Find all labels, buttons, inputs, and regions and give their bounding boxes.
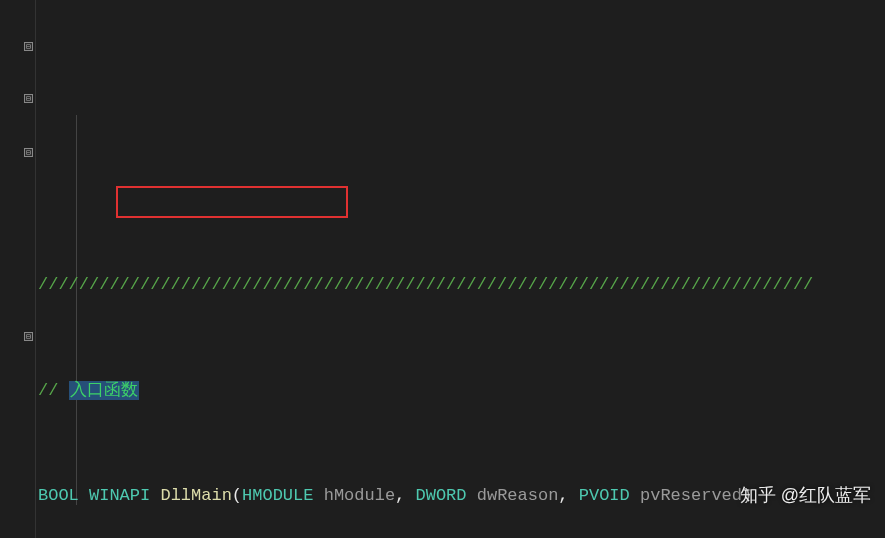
fold-icon[interactable]: ⊟ [24, 94, 33, 103]
code-area[interactable]: ////////////////////////////////////////… [36, 0, 885, 538]
fold-icon[interactable]: ⊟ [24, 332, 33, 341]
gutter: ⊟ ⊟ ⊟ ⊟ [0, 0, 36, 538]
comment-bar: ////////////////////////////////////////… [38, 275, 813, 294]
fold-icon[interactable]: ⊟ [24, 148, 33, 157]
code-line: BOOL WINAPI DllMain(HMODULE hModule, DWO… [38, 483, 885, 509]
code-editor[interactable]: ⊟ ⊟ ⊟ ⊟ ////////////////////////////////… [0, 0, 885, 538]
entry-comment: 入口函数 [69, 381, 139, 400]
code-line: // 入口函数 [38, 378, 885, 404]
fold-icon[interactable]: ⊟ [24, 42, 33, 51]
code-line: ////////////////////////////////////////… [38, 272, 885, 298]
